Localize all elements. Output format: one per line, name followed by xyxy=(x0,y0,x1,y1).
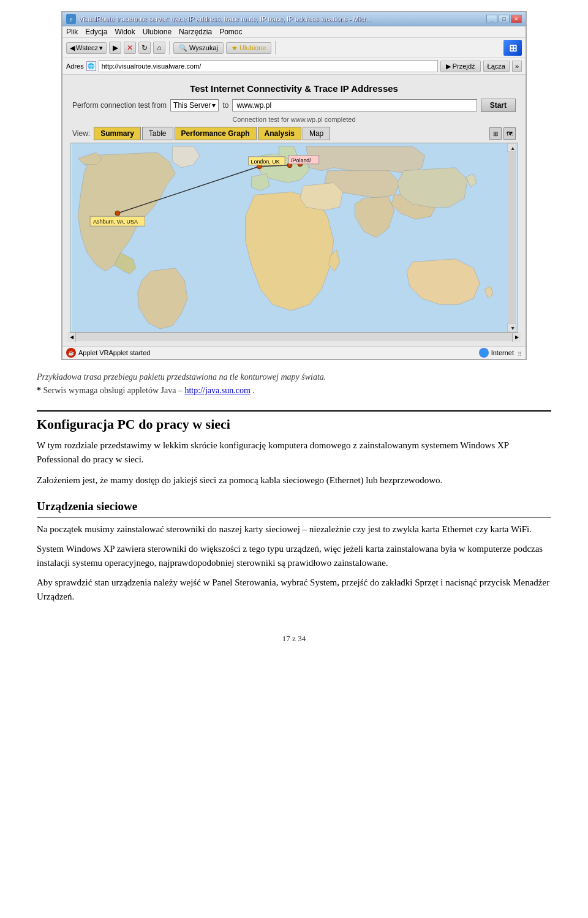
visualroute-app: Test Internet Connectivity & Trace IP Ad… xyxy=(62,75,526,346)
address-label: Adres xyxy=(66,62,84,70)
internet-icon: 🌐 xyxy=(479,348,489,358)
java-note: * Serwis wymaga obsługi appletów Java – … xyxy=(37,386,551,396)
start-label: Start xyxy=(490,101,507,110)
titlebar-buttons: _ □ ✕ xyxy=(486,15,522,23)
to-label: to xyxy=(222,101,228,110)
svg-text:/Poland/: /Poland/ xyxy=(291,157,311,164)
back-label: Wstecz xyxy=(76,44,98,51)
refresh-icon: ↻ xyxy=(141,43,148,52)
status-zone-text: Internet xyxy=(491,349,514,356)
svg-text:▲: ▲ xyxy=(510,145,516,151)
server-select[interactable]: This Server ▾ xyxy=(170,99,219,111)
go-arrow-icon: ▶ xyxy=(446,62,451,70)
menu-narzedzia[interactable]: Narzędzia xyxy=(179,28,212,36)
vr-tabs: View: Summary Table Performance Graph An… xyxy=(67,124,521,143)
search-label: Wyszukaj xyxy=(189,44,218,51)
tab-summary[interactable]: Summary xyxy=(94,127,141,140)
svg-text:Ashburn, VA, USA: Ashburn, VA, USA xyxy=(93,219,138,225)
go-button[interactable]: ▶ Przejdź xyxy=(440,61,481,72)
menu-plik[interactable]: Plik xyxy=(66,28,78,36)
forward-button[interactable]: ▶ xyxy=(109,42,121,54)
tab-performance[interactable]: Performance Graph xyxy=(175,127,257,140)
close-button[interactable]: ✕ xyxy=(511,15,522,23)
vr-map: Ashburn, VA, USA London, UK /Poland/ ▲ ▼ xyxy=(70,143,518,333)
status-applet-text: Applet VRApplet started xyxy=(78,349,150,356)
stop-icon: ✕ xyxy=(127,43,133,52)
asterisk: * xyxy=(37,386,43,395)
java-link[interactable]: http://java.sun.com xyxy=(184,386,250,395)
browser-toolbar: ◀ Wstecz ▾ ▶ ✕ ↻ ⌂ 🔍 Wyszukaj ★ Ulubione… xyxy=(62,38,526,58)
page-content: Przykładowa trasa przebiegu pakietu prze… xyxy=(0,360,588,622)
tab-map[interactable]: Map xyxy=(303,127,330,140)
menu-widok[interactable]: Widok xyxy=(115,28,135,36)
server-dropdown-icon: ▾ xyxy=(212,101,216,110)
section1-heading: Konfiguracja PC do pracy w sieci xyxy=(37,416,551,432)
toolbar-separator xyxy=(169,41,170,55)
map-icon-2[interactable]: 🗺 xyxy=(503,127,516,140)
menu-pomoc[interactable]: Pomoc xyxy=(219,28,242,36)
page-number: 17 z 34 xyxy=(282,634,306,643)
svg-point-3 xyxy=(115,211,120,216)
browser-screenshot: e VisualRoute traceroute server: trace I… xyxy=(61,11,527,360)
star-icon: ★ xyxy=(232,44,238,52)
maximize-button[interactable]: □ xyxy=(499,15,510,23)
page-footer: 17 z 34 xyxy=(0,622,588,650)
titlebar-left: e VisualRoute traceroute server: trace I… xyxy=(66,14,371,24)
map-icon-1[interactable]: ⊞ xyxy=(489,127,502,140)
browser-title: VisualRoute traceroute server: trace IP … xyxy=(78,15,371,23)
menu-edycja[interactable]: Edycja xyxy=(85,28,107,36)
back-arrow-icon: ◀ xyxy=(70,44,75,52)
resize-grip: ⠿ xyxy=(518,351,522,358)
vr-controls: Perform connection test from This Server… xyxy=(67,96,521,115)
toolbar-separator2 xyxy=(275,41,276,55)
vr-status: Connection test for www.wp.pl completed xyxy=(67,115,521,124)
links-button[interactable]: Łącza xyxy=(483,61,510,72)
java-icon: ☕ xyxy=(66,348,76,358)
start-button[interactable]: Start xyxy=(481,99,516,112)
back-button[interactable]: ◀ Wstecz ▾ xyxy=(66,42,107,54)
horizontal-scrollbar: ◀ ▶ xyxy=(67,333,521,341)
java-note-period: . xyxy=(252,386,255,395)
section1-intro: W tym rozdziale przedstawimy w lekkim sk… xyxy=(37,438,551,466)
minimize-button[interactable]: _ xyxy=(486,15,497,23)
scroll-right-button[interactable]: ▶ xyxy=(512,333,521,342)
assumption-text: Założeniem jest, że mamy dostęp do jakie… xyxy=(37,473,551,487)
scroll-track xyxy=(76,333,512,341)
search-button[interactable]: 🔍 Wyszukaj xyxy=(173,42,224,54)
links-label: Łącza xyxy=(488,62,505,70)
target-input[interactable] xyxy=(232,99,477,111)
home-button[interactable]: ⌂ xyxy=(153,42,165,54)
browser-addressbar: Adres 🌐 ▶ Przejdź Łącza » xyxy=(62,58,526,75)
tab-table[interactable]: Table xyxy=(142,127,173,140)
status-zone: 🌐 Internet xyxy=(479,348,514,358)
search-icon: 🔍 xyxy=(179,44,187,52)
home-icon: ⌂ xyxy=(157,43,161,52)
section2-para2: System Windows XP zawiera sterowniki do … xyxy=(37,542,551,570)
back-dropdown-icon: ▾ xyxy=(99,44,103,52)
section2-para1: Na początek musimy zainstalować sterowni… xyxy=(37,522,551,536)
go-label: Przejdź xyxy=(453,62,475,70)
vr-header: Test Internet Connectivity & Trace IP Ad… xyxy=(67,80,521,96)
section2-para3: Aby sprawdzić stan urządzenia należy wej… xyxy=(37,576,551,603)
svg-rect-13 xyxy=(508,143,516,332)
world-map-svg: Ashburn, VA, USA London, UK /Poland/ ▲ ▼ xyxy=(70,143,518,332)
tab-analysis[interactable]: Analysis xyxy=(258,127,301,140)
favorites-button[interactable]: ★ Ulubione xyxy=(226,42,271,54)
favorites-label: Ulubione xyxy=(239,44,266,51)
section2-heading: Urządzenia sieciowe xyxy=(37,500,551,513)
java-note-text: Serwis wymaga obsługi appletów Java – xyxy=(43,386,185,395)
links-more-button[interactable]: » xyxy=(512,61,522,72)
menu-ulubione[interactable]: Ulubione xyxy=(143,28,172,36)
forward-icon: ▶ xyxy=(113,43,118,52)
browser-statusbar: ☕ Applet VRApplet started 🌐 Internet ⠿ xyxy=(62,346,526,359)
map-icons: ⊞ 🗺 xyxy=(489,127,516,140)
address-input[interactable] xyxy=(99,60,438,72)
browser-menubar: Plik Edycja Widok Ulubione Narzędzia Pom… xyxy=(62,26,526,38)
scroll-left-button[interactable]: ◀ xyxy=(67,333,76,342)
stop-button[interactable]: ✕ xyxy=(124,42,136,54)
perform-label: Perform connection test from xyxy=(72,101,167,110)
view-label: View: xyxy=(72,129,90,138)
ie-icon: e xyxy=(66,14,76,24)
refresh-button[interactable]: ↻ xyxy=(138,42,151,54)
windows-logo: ⊞ xyxy=(503,40,522,56)
